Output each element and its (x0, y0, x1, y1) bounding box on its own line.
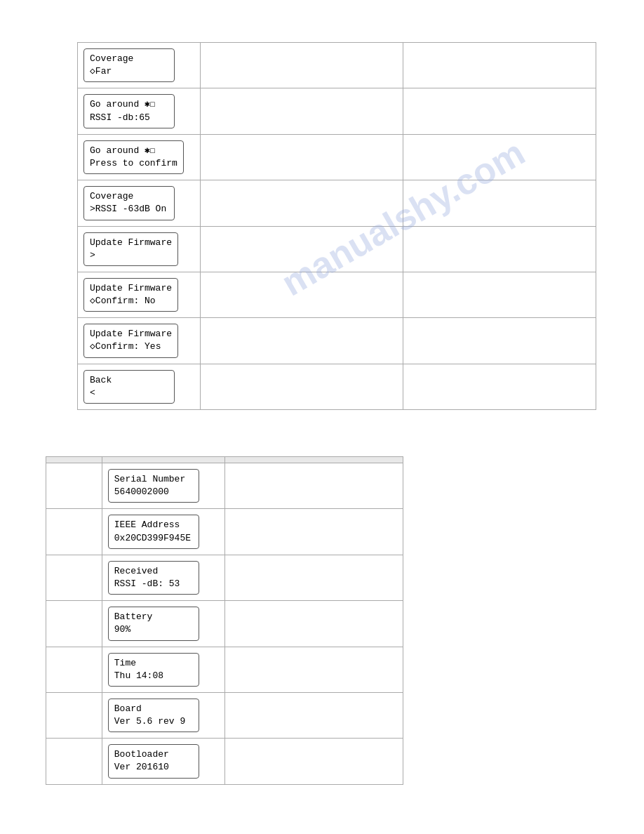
bottom-table-cell-3 (224, 739, 403, 784)
bottom-table-cell-screen: BootloaderVer 201610 (102, 739, 224, 784)
bottom-table-cell-3 (224, 463, 403, 509)
top-table-cell-2 (200, 364, 403, 409)
top-table-cell-3 (403, 43, 596, 88)
top-table-cell-2 (200, 272, 403, 317)
top-table-cell-screen: Update Firmware◇Confirm: Yes (78, 318, 201, 364)
bottom-table-cell-screen: ReceivedRSSI -dB: 53 (102, 555, 224, 600)
bottom-table-row: Battery90% (46, 601, 403, 647)
bottom-header-col3 (224, 457, 403, 463)
top-table-cell-2 (200, 318, 403, 364)
screen-line: IEEE Address (114, 519, 193, 531)
bottom-table-cell-1 (46, 647, 102, 692)
screen-box: Coverage>RSSI -63dB On (83, 186, 175, 220)
bottom-table-cell-screen: Battery90% (102, 601, 224, 647)
screen-box: Update Firmware◇Confirm: Yes (83, 324, 178, 357)
screen-line: ◇Confirm: No (90, 295, 172, 307)
bottom-table-cell-3 (224, 509, 403, 555)
screen-line: Press to confirm (90, 157, 177, 170)
screen-box: BoardVer 5.6 rev 9 (108, 699, 199, 732)
top-table-row: Update Firmware◇Confirm: Yes (78, 318, 596, 364)
top-table-cell-3 (403, 180, 596, 226)
screen-box: Go around ✱☐Press to confirm (83, 140, 184, 174)
screen-line: ◇Confirm: Yes (90, 340, 172, 353)
top-table-row: Update Firmware◇Confirm: No (78, 272, 596, 317)
screen-line: Go around ✱☐ (90, 145, 177, 157)
screen-line: Thu 14:08 (114, 670, 193, 682)
bottom-table: Serial Number5640002000IEEE Address0x20C… (46, 456, 403, 785)
screen-box: BootloaderVer 201610 (108, 744, 199, 778)
screen-line: Go around ✱☐ (90, 98, 168, 111)
bottom-table-row: BootloaderVer 201610 (46, 739, 403, 784)
screen-box: IEEE Address0x20CD399F945E (108, 515, 199, 548)
screen-box: Back< (83, 370, 175, 404)
top-table-row: Go around ✱☐RSSI -db:65 (78, 88, 596, 134)
top-table-cell-2 (200, 226, 403, 272)
screen-line: Time (114, 657, 193, 670)
screen-line: Ver 5.6 rev 9 (114, 715, 193, 728)
top-table-cell-screen: Update Firmware> (78, 226, 201, 272)
screen-line: Update Firmware (90, 237, 172, 249)
bottom-table-cell-1 (46, 463, 102, 509)
screen-line: Battery (114, 611, 193, 623)
bottom-table-row: BoardVer 5.6 rev 9 (46, 692, 403, 738)
bottom-table-cell-screen: IEEE Address0x20CD399F945E (102, 509, 224, 555)
top-table: Coverage◇FarGo around ✱☐RSSI -db:65Go ar… (77, 42, 596, 410)
top-table-cell-2 (200, 134, 403, 180)
bottom-table-row: ReceivedRSSI -dB: 53 (46, 555, 403, 600)
screen-line: >RSSI -63dB On (90, 203, 168, 216)
screen-line: Ver 201610 (114, 761, 193, 774)
bottom-table-cell-1 (46, 509, 102, 555)
bottom-table-header-row (46, 457, 403, 463)
top-table-cell-screen: Update Firmware◇Confirm: No (78, 272, 201, 317)
bottom-table-cell-screen: TimeThu 14:08 (102, 647, 224, 692)
top-table-row: Go around ✱☐Press to confirm (78, 134, 596, 180)
screen-line: Back (90, 374, 168, 387)
bottom-header-col2 (102, 457, 224, 463)
bottom-table-cell-3 (224, 601, 403, 647)
bottom-table-row: Serial Number5640002000 (46, 463, 403, 509)
screen-box: Battery90% (108, 607, 199, 640)
top-table-cell-3 (403, 134, 596, 180)
screen-line: 90% (114, 623, 193, 636)
bottom-header-col1 (46, 457, 102, 463)
top-table-cell-2 (200, 43, 403, 88)
bottom-table-cell-screen: Serial Number5640002000 (102, 463, 224, 509)
screen-box: TimeThu 14:08 (108, 653, 199, 687)
bottom-table-cell-3 (224, 647, 403, 692)
top-table-cell-screen: Coverage>RSSI -63dB On (78, 180, 201, 226)
bottom-table-cell-1 (46, 692, 102, 738)
screen-line: RSSI -db:65 (90, 112, 168, 124)
screen-line: Coverage (90, 190, 168, 203)
screen-box: Update Firmware◇Confirm: No (83, 278, 178, 312)
bottom-table-cell-3 (224, 692, 403, 738)
screen-line: < (90, 387, 168, 399)
top-table-cell-screen: Go around ✱☐Press to confirm (78, 134, 201, 180)
bottom-table-cell-1 (46, 601, 102, 647)
screen-line: Update Firmware (90, 328, 172, 340)
top-table-cell-screen: Back< (78, 364, 201, 409)
screen-line: Bootloader (114, 748, 193, 761)
screen-line: Serial Number (114, 473, 193, 486)
screen-box: ReceivedRSSI -dB: 53 (108, 561, 199, 595)
top-table-cell-3 (403, 88, 596, 134)
top-table-row: Update Firmware> (78, 226, 596, 272)
screen-line: Received (114, 565, 193, 578)
screen-line: Coverage (90, 53, 168, 65)
screen-box: Coverage◇Far (83, 48, 175, 82)
screen-line: > (90, 249, 172, 262)
top-table-cell-3 (403, 272, 596, 317)
screen-box: Serial Number5640002000 (108, 469, 199, 503)
bottom-table-row: TimeThu 14:08 (46, 647, 403, 692)
screen-line: 5640002000 (114, 486, 193, 498)
screen-line: Update Firmware (90, 282, 172, 295)
top-table-row: Coverage◇Far (78, 43, 596, 88)
bottom-table-cell-1 (46, 739, 102, 784)
screen-line: RSSI -dB: 53 (114, 578, 193, 590)
screen-box: Go around ✱☐RSSI -db:65 (83, 94, 175, 128)
screen-line: 0x20CD399F945E (114, 532, 193, 545)
top-table-cell-2 (200, 88, 403, 134)
bottom-table-row: IEEE Address0x20CD399F945E (46, 509, 403, 555)
screen-line: ◇Far (90, 65, 168, 78)
screen-box: Update Firmware> (83, 232, 178, 266)
top-table-cell-3 (403, 364, 596, 409)
